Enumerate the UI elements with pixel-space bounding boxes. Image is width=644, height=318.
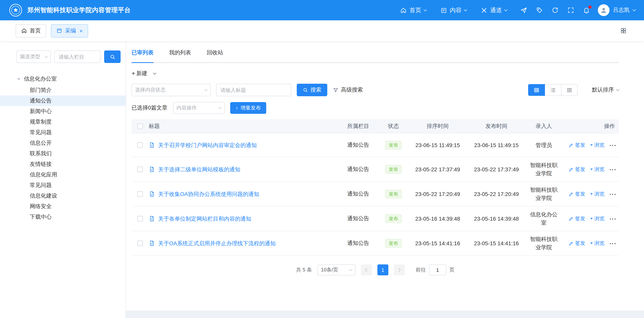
fullscreen-icon[interactable] <box>567 7 574 14</box>
search-button[interactable]: 搜索 <box>297 84 327 96</box>
close-icon[interactable]: × <box>80 28 82 33</box>
row-checkbox[interactable] <box>138 167 143 172</box>
tree-item[interactable]: 信息公开 <box>0 138 126 148</box>
preview-button[interactable]: 浏览 <box>590 166 604 173</box>
tree-item[interactable]: 规章制度 <box>0 117 126 127</box>
article-title-link[interactable]: 关于召开学校门户网站内容审定会的通知 <box>158 141 257 149</box>
sign-button[interactable]: 签发 <box>568 191 585 198</box>
tree-item-selected[interactable]: 通知公告 <box>0 95 126 106</box>
tab-my-list[interactable]: 我的列表 <box>169 41 191 63</box>
row-checkbox[interactable] <box>138 142 143 148</box>
article-title-link[interactable]: 关于各单位制定网站栏目和内容的通知 <box>158 215 251 223</box>
tab-recycle-bin[interactable]: 回收站 <box>207 41 223 63</box>
current-page-button[interactable]: 1 <box>377 264 388 275</box>
list-view-button[interactable] <box>544 84 562 96</box>
caret-down-icon <box>17 78 20 80</box>
cell-sort-time: 23-05-16 14:39:48 <box>408 216 467 222</box>
more-actions-button[interactable]: ··· <box>610 142 616 148</box>
preview-button[interactable]: 浏览 <box>590 215 604 222</box>
column-search-input[interactable] <box>54 50 100 63</box>
row-checkbox[interactable] <box>138 191 143 197</box>
new-dropdown-caret-icon[interactable] <box>153 71 156 75</box>
chevron-down-icon <box>45 54 48 58</box>
goto-page-input[interactable] <box>429 264 446 275</box>
preview-button[interactable]: 浏览 <box>590 142 604 149</box>
bulk-action-select[interactable]: 内容操作 <box>173 102 225 114</box>
tree-item[interactable]: 常见问题 <box>0 180 126 191</box>
cell-column: 通知公告 <box>338 142 378 149</box>
tree-item[interactable]: 网络安全 <box>0 201 126 212</box>
filter-row: 选择内容状态 搜索 高级搜索 <box>132 84 619 96</box>
layout-grid-icon[interactable] <box>620 27 627 34</box>
header-sort-time: 排序时间 <box>408 123 467 130</box>
incremental-publish-button[interactable]: ↑ 增量发布 <box>230 102 266 114</box>
tree-item[interactable]: 常见问题 <box>0 127 126 138</box>
cell-column: 通知公告 <box>338 191 378 198</box>
sidebar-search-row: 频道类型 <box>0 50 126 63</box>
content-status-select[interactable]: 选择内容状态 <box>132 84 210 96</box>
sign-button[interactable]: 签发 <box>568 166 585 173</box>
nav-item-home[interactable]: 首页 <box>400 6 426 14</box>
nav-item-content[interactable]: 内容 <box>440 6 467 14</box>
sign-button[interactable]: 签发 <box>568 215 585 222</box>
article-title-link[interactable]: 关于收集OA协同办公系统使用问题的通知 <box>158 190 259 198</box>
sidebar-search-button[interactable] <box>104 50 120 63</box>
preview-label: 浏览 <box>594 191 604 198</box>
caret-down-icon <box>590 218 593 219</box>
tab-approved-list[interactable]: 已审列表 <box>132 41 154 63</box>
table-view-button[interactable] <box>528 84 545 96</box>
row-checkbox[interactable] <box>138 241 143 246</box>
tree-item[interactable]: 部门简介 <box>0 85 126 95</box>
row-checkbox[interactable] <box>138 216 143 221</box>
preview-button[interactable]: 浏览 <box>590 191 604 198</box>
table-row: 关于OA系统正式启用并停止办理线下流程的通知 通知公告 发布 23-05-15 … <box>132 231 619 256</box>
next-page-button[interactable] <box>394 264 404 275</box>
notification-bell-icon[interactable] <box>583 7 590 14</box>
tree-node-root[interactable]: 信息化办公室 <box>0 73 126 85</box>
pencil-icon <box>568 216 574 221</box>
prev-page-button[interactable] <box>361 264 372 275</box>
chevron-down-icon <box>349 268 352 271</box>
tab-home[interactable]: 首页 <box>16 24 46 37</box>
cell-publish-time: 23-06-15 11:49:15 <box>467 142 526 148</box>
sort-select[interactable]: 默认排序 <box>592 86 619 93</box>
article-title-link[interactable]: 关于OA系统正式启用并停止办理线下流程的通知 <box>158 239 276 247</box>
status-badge: 发布 <box>385 165 402 174</box>
cell-sort-time: 23-05-15 14:41:16 <box>408 240 467 246</box>
selection-row: 已选择0篇文章 内容操作 ↑ 增量发布 <box>132 102 619 114</box>
send-icon[interactable] <box>520 7 527 14</box>
more-actions-button[interactable]: ··· <box>610 191 616 197</box>
tree-item[interactable]: 下载中心 <box>0 212 126 222</box>
more-actions-button[interactable]: ··· <box>610 240 616 246</box>
tag-icon[interactable] <box>536 7 543 14</box>
new-button[interactable]: + 新建 <box>132 70 148 77</box>
sign-button[interactable]: 签发 <box>568 240 585 247</box>
more-actions-button[interactable]: ··· <box>610 216 616 222</box>
avatar <box>598 4 610 16</box>
search-icon <box>302 87 308 93</box>
pencil-icon <box>568 191 574 197</box>
sign-button[interactable]: 签发 <box>568 142 585 149</box>
tree-item[interactable]: 联系我们 <box>0 148 126 159</box>
tree-item[interactable]: 友情链接 <box>0 159 126 169</box>
tab-editing[interactable]: 采编 × <box>51 24 88 37</box>
nav-item-channel[interactable]: 通道 <box>481 6 507 14</box>
advanced-search-button[interactable]: 高级搜索 <box>333 86 363 93</box>
navbar-icon-group <box>520 7 590 14</box>
chevron-down-icon <box>616 88 620 91</box>
title-search-input[interactable] <box>216 84 291 96</box>
preview-button[interactable]: 浏览 <box>590 240 604 247</box>
refresh-icon[interactable] <box>552 7 559 14</box>
article-title-link[interactable]: 关于选择二级单位网站模板的通知 <box>158 165 240 173</box>
page-size-select[interactable]: 10条/页 <box>317 264 355 275</box>
more-actions-button[interactable]: ··· <box>610 166 616 172</box>
tree-item[interactable]: 新闻中心 <box>0 106 126 117</box>
tree-item[interactable]: 信息化应用 <box>0 169 126 180</box>
user-menu[interactable]: 吕志凯 <box>598 4 636 16</box>
channel-sidebar: 频道类型 信息化办公室 部门简介 通知公告 新闻中心 规章制度 常见问题 信息公 <box>0 41 126 318</box>
select-all-checkbox[interactable] <box>138 123 143 129</box>
grid-view-button[interactable] <box>561 84 578 96</box>
tree-item[interactable]: 信息化建设 <box>0 191 126 201</box>
channel-type-select[interactable]: 频道类型 <box>16 50 51 63</box>
main-area: 已审列表 我的列表 回收站 + 新建 选择内容状态 <box>126 41 644 318</box>
